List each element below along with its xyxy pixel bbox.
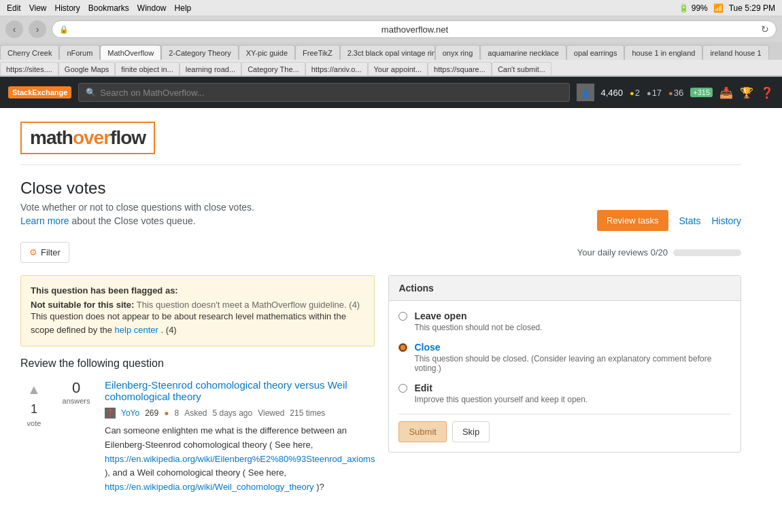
question-body-post: )? [316,482,324,492]
actions-body: Leave open This question should not be c… [389,301,741,452]
skip-button[interactable]: Skip [452,421,490,442]
search-box[interactable]: 🔍 Search on MathOverflow... [78,83,569,102]
back-button[interactable]: ‹ [5,20,23,38]
flag-reason-row: Not suitable for this site: This questio… [31,300,364,310]
menu-bookmarks[interactable]: Bookmarks [88,3,129,13]
user-reputation: 4,460 [601,88,624,98]
tab-xypic[interactable]: XY-pic guide [239,45,295,60]
tab2-arxiv[interactable]: https://arxiv.o... [305,62,368,75]
menu-edit[interactable]: Edit [7,3,21,13]
flag-detail-post: . [161,325,164,335]
reload-button[interactable]: ↻ [761,24,769,35]
lock-icon: 🔒 [59,25,69,34]
tab-freetikz[interactable]: FreeTikZ [295,45,340,60]
menu-help[interactable]: Help [175,3,192,13]
gold-badge: ●2 [630,88,640,98]
question-user-badges: 8 [174,408,179,418]
filter-button[interactable]: ⚙ Filter [20,242,69,263]
stackexchange-logo[interactable]: StackExchange [8,86,71,99]
close-radio[interactable] [398,343,407,352]
stats-tab[interactable]: Stats [679,215,701,226]
achievements-icon[interactable]: 🏆 [740,86,753,99]
tab-mathoverflow[interactable]: MathOverflow [100,45,161,60]
mac-menu-items: Edit View History Bookmarks Window Help [7,3,191,13]
learn-more-link[interactable]: Learn more [20,215,69,226]
tab2-category[interactable]: Category The... [241,62,305,75]
content-row: This question has been flagged as: Not s… [20,275,741,506]
svg-text:👤: 👤 [581,89,590,98]
question-panel: This question has been flagged as: Not s… [20,275,375,506]
weil-link[interactable]: https://en.wikipedia.org/wiki/Weil_cohom… [105,482,314,492]
question-body-mid: ), and a Weil cohomological theory ( See… [105,467,286,478]
filter-row: ⚙ Filter Your daily reviews 0/20 [20,242,741,263]
daily-progress: Your daily reviews 0/20 [577,247,741,258]
viewed-label: Viewed [258,408,284,418]
clock: Tue 5:29 PM [729,3,775,13]
tab-black-opal[interactable]: 2.3ct black opal vintage ring [340,45,435,60]
tab2-google-maps[interactable]: Google Maps [58,62,115,75]
menu-view[interactable]: View [29,3,47,13]
silver-badge: ●17 [647,88,662,98]
menu-window[interactable]: Window [137,3,167,13]
main-content: mathoverflow Close votes Vote whether or… [0,108,762,519]
filter-icon: ⚙ [29,247,37,258]
search-placeholder: Search on MathOverflow... [100,88,204,98]
user-avatar[interactable]: 👤 [577,84,594,101]
flag-reason-label: Not suitable for this site: [31,300,134,310]
forward-button[interactable]: › [29,20,46,38]
browser-tabs-row1: Cherry Creek nForum MathOverflow 2-Categ… [0,42,782,60]
review-subtitle: Vote whether or not to close questions w… [20,202,254,213]
question-title-link[interactable]: Eilenberg-Steenrod cohomological theory … [105,379,375,402]
question-user-link[interactable]: YoYo [121,408,139,418]
tab2-finite[interactable]: finite object in... [115,62,179,75]
page-title: Close votes [20,179,741,198]
history-tab[interactable]: History [711,215,741,226]
leave-open-text: Leave open This question should not be c… [414,311,542,332]
tab2-square[interactable]: https://square... [428,62,492,75]
address-bar[interactable]: 🔒 mathoverflow.net ↻ [52,20,777,38]
queue-text: about the Close votes queue. [71,215,195,226]
tab-2category[interactable]: 2-Category Theory [161,45,239,60]
battery-icon: 🔋 99% [679,3,707,13]
browser-toolbar: ‹ › 🔒 mathoverflow.net ↻ [0,16,782,42]
tab-cherry-creek[interactable]: Cherry Creek [0,45,59,60]
inbox-icon[interactable]: 📥 [719,86,733,99]
tab2-learning[interactable]: learning road... [180,62,241,75]
mo-logo-area: mathoverflow [20,122,741,165]
browser-tabs-row2: https://sites.... Google Maps finite obj… [0,60,782,76]
tab2-sites[interactable]: https://sites.... [0,62,58,75]
leave-open-label: Leave open [414,311,542,321]
tab-opal-earrings[interactable]: opal earrings [566,45,625,60]
tab-ireland-house[interactable]: ireland house 1 [702,45,768,60]
leave-open-radio[interactable] [398,312,407,321]
tab-nforum[interactable]: nForum [59,45,100,60]
close-label: Close [414,342,731,353]
review-tasks-button[interactable]: Review tasks [597,210,668,231]
eilenberg-link[interactable]: https://en.wikipedia.org/wiki/Eilenberg%… [105,454,375,464]
flag-detail: This question does not appear to be abou… [31,310,364,336]
action-buttons: Submit Skip [398,414,731,442]
tab-onyx-ring[interactable]: onyx ring [435,45,481,60]
edit-desc: Improve this question yourself and keep … [414,395,588,404]
question-meta: Eilenberg-Steenrod cohomological theory … [105,379,375,495]
vote-count: 1 [31,402,37,416]
vote-column: ▲ 1 vote [20,379,48,495]
tab-aquamarine[interactable]: aquamarine necklace [480,45,566,60]
flag-title: This question has been flagged as: [31,285,364,296]
tab2-appoint[interactable]: Your appoint... [368,62,428,75]
tab-house1-england[interactable]: house 1 in england [624,45,702,60]
se-navigation: StackExchange 🔍 Search on MathOverflow..… [0,77,782,108]
help-center-link[interactable]: help center [115,325,158,335]
actions-panel: Actions Leave open This question should … [388,275,741,453]
help-icon[interactable]: ❓ [760,86,774,99]
vote-up-button[interactable]: ▲ [24,379,44,400]
tab2-submit[interactable]: Can't submit... [492,62,551,75]
edit-text: Edit Improve this question yourself and … [414,383,588,404]
edit-radio[interactable] [398,384,407,393]
question-body-pre: Can someone enlighten me what is the dif… [105,425,347,450]
mac-menubar: Edit View History Bookmarks Window Help … [0,0,782,16]
flag-reason-count: (4) [349,300,360,310]
submit-button[interactable]: Submit [398,421,446,442]
review-badge: +315 [690,88,713,97]
menu-history[interactable]: History [54,3,80,13]
